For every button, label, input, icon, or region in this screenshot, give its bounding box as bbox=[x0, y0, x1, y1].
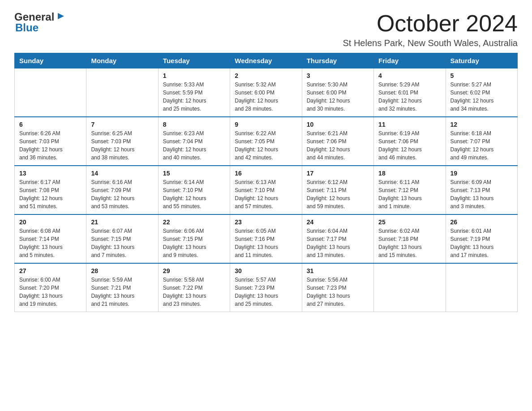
calendar-cell: 15Sunrise: 6:14 AM Sunset: 7:10 PM Dayli… bbox=[158, 166, 230, 214]
day-number: 13 bbox=[19, 170, 82, 177]
day-info: Sunrise: 5:29 AM Sunset: 6:01 PM Dayligh… bbox=[378, 81, 441, 113]
title-block: October 2024 St Helens Park, New South W… bbox=[343, 11, 518, 48]
calendar-cell bbox=[15, 68, 86, 117]
day-info: Sunrise: 6:00 AM Sunset: 7:20 PM Dayligh… bbox=[19, 276, 82, 308]
calendar-cell: 25Sunrise: 6:02 AM Sunset: 7:18 PM Dayli… bbox=[374, 214, 446, 263]
calendar-cell: 31Sunrise: 5:56 AM Sunset: 7:23 PM Dayli… bbox=[302, 263, 373, 312]
day-info: Sunrise: 6:17 AM Sunset: 7:08 PM Dayligh… bbox=[19, 178, 82, 210]
calendar-cell: 5Sunrise: 5:27 AM Sunset: 6:02 PM Daylig… bbox=[446, 68, 517, 117]
day-number: 15 bbox=[163, 170, 225, 177]
day-number: 17 bbox=[307, 170, 369, 177]
logo: General Blue bbox=[14, 11, 66, 34]
day-number: 23 bbox=[235, 218, 297, 226]
logo-blue-text: Blue bbox=[15, 21, 39, 34]
logo-arrow-icon bbox=[56, 11, 66, 23]
calendar-cell: 24Sunrise: 6:04 AM Sunset: 7:17 PM Dayli… bbox=[302, 214, 373, 263]
calendar-cell: 18Sunrise: 6:11 AM Sunset: 7:12 PM Dayli… bbox=[374, 166, 446, 214]
day-number: 24 bbox=[307, 218, 369, 226]
day-info: Sunrise: 6:18 AM Sunset: 7:07 PM Dayligh… bbox=[450, 129, 513, 162]
day-number: 31 bbox=[307, 267, 369, 274]
calendar-cell: 22Sunrise: 6:06 AM Sunset: 7:15 PM Dayli… bbox=[158, 214, 230, 263]
calendar-cell: 10Sunrise: 6:21 AM Sunset: 7:06 PM Dayli… bbox=[302, 117, 373, 166]
calendar-cell: 21Sunrise: 6:07 AM Sunset: 7:15 PM Dayli… bbox=[86, 214, 158, 263]
day-number: 1 bbox=[163, 72, 225, 79]
day-info: Sunrise: 5:57 AM Sunset: 7:23 PM Dayligh… bbox=[235, 276, 297, 308]
svg-marker-0 bbox=[58, 13, 64, 19]
day-number: 10 bbox=[307, 121, 369, 128]
calendar-cell bbox=[446, 263, 517, 312]
calendar-cell: 3Sunrise: 5:30 AM Sunset: 6:00 PM Daylig… bbox=[302, 68, 373, 117]
day-info: Sunrise: 6:19 AM Sunset: 7:06 PM Dayligh… bbox=[378, 129, 441, 162]
calendar-cell: 19Sunrise: 6:09 AM Sunset: 7:13 PM Dayli… bbox=[446, 166, 517, 214]
day-info: Sunrise: 5:58 AM Sunset: 7:22 PM Dayligh… bbox=[163, 276, 225, 308]
calendar-cell: 30Sunrise: 5:57 AM Sunset: 7:23 PM Dayli… bbox=[230, 263, 302, 312]
calendar-header: SundayMondayTuesdayWednesdayThursdayFrid… bbox=[15, 53, 518, 68]
day-info: Sunrise: 6:06 AM Sunset: 7:15 PM Dayligh… bbox=[163, 227, 225, 259]
day-info: Sunrise: 5:33 AM Sunset: 5:59 PM Dayligh… bbox=[163, 81, 225, 113]
day-number: 21 bbox=[91, 218, 153, 226]
header-row: SundayMondayTuesdayWednesdayThursdayFrid… bbox=[15, 53, 518, 68]
day-number: 29 bbox=[163, 267, 225, 274]
day-number: 30 bbox=[235, 267, 297, 274]
calendar-cell bbox=[86, 68, 158, 117]
calendar-cell: 29Sunrise: 5:58 AM Sunset: 7:22 PM Dayli… bbox=[158, 263, 230, 312]
calendar-cell: 4Sunrise: 5:29 AM Sunset: 6:01 PM Daylig… bbox=[374, 68, 446, 117]
calendar-cell: 17Sunrise: 6:12 AM Sunset: 7:11 PM Dayli… bbox=[302, 166, 373, 214]
day-number: 9 bbox=[235, 121, 297, 128]
day-info: Sunrise: 5:32 AM Sunset: 6:00 PM Dayligh… bbox=[235, 81, 297, 113]
calendar-table: SundayMondayTuesdayWednesdayThursdayFrid… bbox=[14, 53, 518, 312]
day-number: 22 bbox=[163, 218, 225, 226]
day-info: Sunrise: 6:02 AM Sunset: 7:18 PM Dayligh… bbox=[378, 227, 441, 259]
calendar-week-4: 20Sunrise: 6:08 AM Sunset: 7:14 PM Dayli… bbox=[15, 214, 518, 263]
day-info: Sunrise: 6:25 AM Sunset: 7:03 PM Dayligh… bbox=[91, 129, 153, 162]
day-number: 18 bbox=[378, 170, 441, 177]
day-info: Sunrise: 6:08 AM Sunset: 7:14 PM Dayligh… bbox=[19, 227, 82, 259]
header-cell-sunday: Sunday bbox=[15, 53, 86, 68]
calendar-cell: 16Sunrise: 6:13 AM Sunset: 7:10 PM Dayli… bbox=[230, 166, 302, 214]
calendar-week-3: 13Sunrise: 6:17 AM Sunset: 7:08 PM Dayli… bbox=[15, 166, 518, 214]
calendar-week-2: 6Sunrise: 6:26 AM Sunset: 7:03 PM Daylig… bbox=[15, 117, 518, 166]
day-info: Sunrise: 5:30 AM Sunset: 6:00 PM Dayligh… bbox=[307, 81, 369, 113]
day-info: Sunrise: 6:23 AM Sunset: 7:04 PM Dayligh… bbox=[163, 129, 225, 162]
calendar-cell bbox=[374, 263, 446, 312]
day-number: 27 bbox=[19, 267, 82, 274]
calendar-cell: 13Sunrise: 6:17 AM Sunset: 7:08 PM Dayli… bbox=[15, 166, 86, 214]
day-info: Sunrise: 6:16 AM Sunset: 7:09 PM Dayligh… bbox=[91, 178, 153, 210]
header-cell-saturday: Saturday bbox=[446, 53, 517, 68]
month-title: October 2024 bbox=[343, 11, 518, 36]
calendar-week-5: 27Sunrise: 6:00 AM Sunset: 7:20 PM Dayli… bbox=[15, 263, 518, 312]
calendar-body: 1Sunrise: 5:33 AM Sunset: 5:59 PM Daylig… bbox=[15, 68, 518, 312]
calendar-cell: 11Sunrise: 6:19 AM Sunset: 7:06 PM Dayli… bbox=[374, 117, 446, 166]
day-number: 11 bbox=[378, 121, 441, 128]
day-info: Sunrise: 6:22 AM Sunset: 7:05 PM Dayligh… bbox=[235, 129, 297, 162]
day-number: 3 bbox=[307, 72, 369, 79]
header-cell-wednesday: Wednesday bbox=[230, 53, 302, 68]
day-number: 6 bbox=[19, 121, 82, 128]
day-info: Sunrise: 6:05 AM Sunset: 7:16 PM Dayligh… bbox=[235, 227, 297, 259]
day-number: 7 bbox=[91, 121, 153, 128]
header-cell-thursday: Thursday bbox=[302, 53, 373, 68]
calendar-cell: 20Sunrise: 6:08 AM Sunset: 7:14 PM Dayli… bbox=[15, 214, 86, 263]
header-cell-friday: Friday bbox=[374, 53, 446, 68]
day-number: 8 bbox=[163, 121, 225, 128]
day-number: 12 bbox=[450, 121, 513, 128]
calendar-cell: 6Sunrise: 6:26 AM Sunset: 7:03 PM Daylig… bbox=[15, 117, 86, 166]
calendar-cell: 23Sunrise: 6:05 AM Sunset: 7:16 PM Dayli… bbox=[230, 214, 302, 263]
day-info: Sunrise: 6:09 AM Sunset: 7:13 PM Dayligh… bbox=[450, 178, 513, 210]
day-info: Sunrise: 5:56 AM Sunset: 7:23 PM Dayligh… bbox=[307, 276, 369, 308]
day-number: 28 bbox=[91, 267, 153, 274]
day-number: 26 bbox=[450, 218, 513, 226]
day-number: 16 bbox=[235, 170, 297, 177]
day-info: Sunrise: 6:26 AM Sunset: 7:03 PM Dayligh… bbox=[19, 129, 82, 162]
location-subtitle: St Helens Park, New South Wales, Austral… bbox=[343, 38, 518, 48]
header-cell-tuesday: Tuesday bbox=[158, 53, 230, 68]
calendar-cell: 8Sunrise: 6:23 AM Sunset: 7:04 PM Daylig… bbox=[158, 117, 230, 166]
calendar-cell: 2Sunrise: 5:32 AM Sunset: 6:00 PM Daylig… bbox=[230, 68, 302, 117]
day-number: 19 bbox=[450, 170, 513, 177]
day-info: Sunrise: 6:14 AM Sunset: 7:10 PM Dayligh… bbox=[163, 178, 225, 210]
day-info: Sunrise: 6:07 AM Sunset: 7:15 PM Dayligh… bbox=[91, 227, 153, 259]
day-number: 14 bbox=[91, 170, 153, 177]
calendar-week-1: 1Sunrise: 5:33 AM Sunset: 5:59 PM Daylig… bbox=[15, 68, 518, 117]
day-info: Sunrise: 6:21 AM Sunset: 7:06 PM Dayligh… bbox=[307, 129, 369, 162]
day-info: Sunrise: 6:04 AM Sunset: 7:17 PM Dayligh… bbox=[307, 227, 369, 259]
